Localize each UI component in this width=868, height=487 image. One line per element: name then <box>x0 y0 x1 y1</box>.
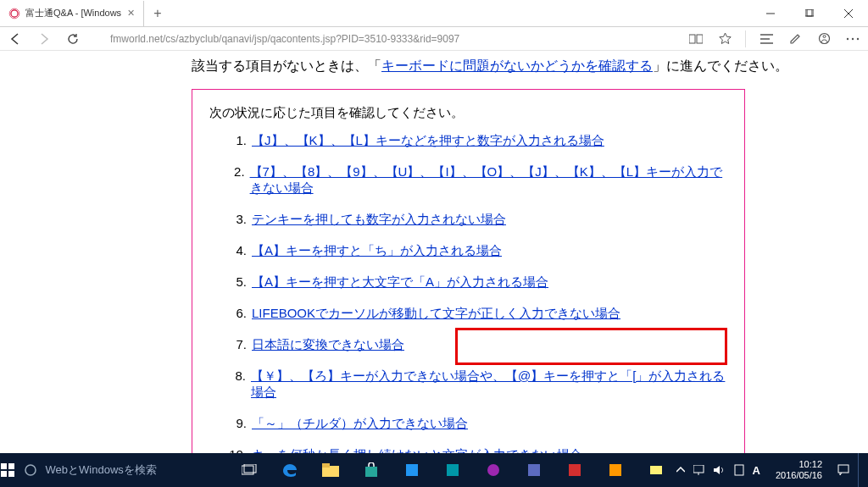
situation-link[interactable]: LIFEBOOKでカーソルが移動して文字が正しく入力できない場合 <box>252 306 620 322</box>
svg-point-15 <box>852 37 854 39</box>
list-item: 2.【7】、【8】、【9】、【U】、【I】、【O】、【J】、【K】、【L】キーが… <box>228 164 727 196</box>
favorite-icon[interactable] <box>713 27 737 51</box>
taskview-icon[interactable] <box>229 453 270 487</box>
hub-icon[interactable] <box>754 27 778 51</box>
svg-rect-17 <box>1 463 7 469</box>
svg-rect-20 <box>8 471 14 477</box>
reading-view-icon[interactable] <box>684 27 708 51</box>
explorer-icon[interactable] <box>310 453 351 487</box>
new-tab-button[interactable]: + <box>144 6 171 21</box>
window-controls <box>751 0 868 27</box>
close-window-button[interactable] <box>829 0 868 27</box>
network-icon[interactable] <box>693 465 705 475</box>
webnote-icon[interactable] <box>783 27 807 51</box>
intro-link[interactable]: キーボードに問題がないかどうかを確認する <box>381 58 653 73</box>
back-button[interactable] <box>3 27 27 51</box>
start-button[interactable] <box>0 453 15 487</box>
taskbar-search[interactable]: WebとWindowsを検索 <box>15 453 229 487</box>
clock[interactable]: 10:12 2016/05/16 <box>769 459 829 481</box>
situation-link[interactable]: 【￥】、【ろ】キーが入力できない場合や、【@】キーを押すと「[」が入力される場合 <box>251 368 727 401</box>
list-item: 8.【￥】、【ろ】キーが入力できない場合や、【@】キーを押すと「[」が入力される… <box>228 368 727 401</box>
box-title: 次の状況に応じた項目を確認してください。 <box>209 105 727 121</box>
svg-rect-32 <box>609 464 621 476</box>
situation-link[interactable]: テンキーを押しても数字が入力されない場合 <box>252 212 506 228</box>
favicon-icon <box>8 8 20 19</box>
task-icons <box>229 453 676 487</box>
app7-icon[interactable] <box>636 453 676 487</box>
more-icon[interactable] <box>841 27 865 51</box>
svg-rect-7 <box>689 35 695 43</box>
svg-rect-28 <box>447 464 459 476</box>
taskbar: WebとWindowsを検索 A 10:12 2016/05/16 <box>0 453 868 487</box>
situation-link[interactable]: 【A】キーを押すと「ち」が入力される場合 <box>252 243 502 259</box>
intro-text: 該当する項目がないときは、「キーボードに問題がないかどうかを確認する」に進んでく… <box>192 58 868 75</box>
close-tab-icon[interactable]: ✕ <box>127 8 135 19</box>
list-item: 4.【A】キーを押すと「ち」が入力される場合 <box>228 243 727 259</box>
situation-link[interactable]: 【A】キーを押すと大文字で「A」が入力される場合 <box>252 274 548 291</box>
svg-point-0 <box>11 9 18 16</box>
situation-link[interactable]: 「～」（チルダ）が入力できない場合 <box>252 416 468 432</box>
svg-rect-27 <box>406 464 418 476</box>
svg-rect-37 <box>838 465 849 473</box>
browser-tab[interactable]: 富士通Q&A - [Windows ✕ <box>0 1 144 26</box>
svg-rect-4 <box>807 9 814 16</box>
app2-icon[interactable] <box>432 453 473 487</box>
app4-icon[interactable] <box>514 453 554 487</box>
situation-link[interactable]: 【7】、【8】、【9】、【U】、【I】、【O】、【J】、【K】、【L】キーが入力… <box>250 164 727 196</box>
app3-icon[interactable] <box>473 453 514 487</box>
svg-rect-36 <box>735 465 743 475</box>
search-placeholder: WebとWindowsを検索 <box>46 462 157 478</box>
svg-rect-26 <box>365 467 377 477</box>
store-icon[interactable] <box>351 453 392 487</box>
svg-point-29 <box>487 464 499 476</box>
page-content: 該当する項目がないときは、「キーボードに問題がないかどうかを確認する」に進んでく… <box>0 51 868 487</box>
svg-point-16 <box>857 37 859 39</box>
volume-icon[interactable] <box>714 465 726 475</box>
app1-icon[interactable] <box>392 453 432 487</box>
cortana-icon <box>24 463 37 477</box>
svg-point-13 <box>823 36 826 38</box>
app6-icon[interactable] <box>595 453 636 487</box>
svg-rect-3 <box>805 9 812 16</box>
svg-rect-19 <box>1 471 7 477</box>
svg-rect-31 <box>569 464 581 476</box>
ime-indicator[interactable]: A <box>753 464 760 477</box>
svg-rect-18 <box>8 463 14 469</box>
maximize-button[interactable] <box>790 0 829 27</box>
svg-rect-34 <box>693 465 704 473</box>
show-desktop-button[interactable] <box>858 453 865 487</box>
system-tray: A 10:12 2016/05/16 <box>676 453 868 487</box>
list-item: 5.【A】キーを押すと大文字で「A」が入力される場合 <box>228 274 727 291</box>
svg-rect-8 <box>697 35 703 43</box>
tab-title: 富士通Q&A - [Windows <box>25 7 121 19</box>
svg-rect-30 <box>528 464 540 476</box>
svg-rect-33 <box>650 466 662 474</box>
forward-button[interactable] <box>32 27 56 51</box>
minimize-button[interactable] <box>751 0 790 27</box>
app5-icon[interactable] <box>554 453 595 487</box>
refresh-button[interactable] <box>61 27 85 51</box>
address-bar: fmworld.net/cs/azbyclub/qanavi/jsp/qacon… <box>0 27 868 51</box>
list-item: 1.【J】、【K】、【L】キーなどを押すと数字が入力される場合 <box>228 133 727 149</box>
separator <box>745 30 746 47</box>
list-item: 7.日本語に変換できない場合 <box>228 337 727 353</box>
notes-icon[interactable] <box>734 464 744 476</box>
list-item: 6.LIFEBOOKでカーソルが移動して文字が正しく入力できない場合 <box>228 306 727 322</box>
action-center-icon[interactable] <box>837 464 849 476</box>
titlebar: 富士通Q&A - [Windows ✕ + <box>0 0 868 27</box>
list-item: 9.「～」（チルダ）が入力できない場合 <box>228 416 727 432</box>
edge-icon[interactable] <box>270 453 310 487</box>
svg-point-14 <box>847 37 849 39</box>
svg-rect-25 <box>322 463 330 468</box>
share-icon[interactable] <box>812 27 836 51</box>
situation-box: 次の状況に応じた項目を確認してください。 1.【J】、【K】、【L】キーなどを押… <box>192 89 745 487</box>
situation-list: 1.【J】、【K】、【L】キーなどを押すと数字が入力される場合 2.【7】、【8… <box>209 133 727 463</box>
url-field[interactable]: fmworld.net/cs/azbyclub/qanavi/jsp/qacon… <box>90 33 679 45</box>
situation-link[interactable]: 【J】、【K】、【L】キーなどを押すと数字が入力される場合 <box>252 133 604 149</box>
svg-point-21 <box>25 465 36 475</box>
list-item: 3.テンキーを押しても数字が入力されない場合 <box>228 212 727 228</box>
tray-chevron-icon[interactable] <box>676 467 685 473</box>
situation-link[interactable]: 日本語に変換できない場合 <box>252 337 404 353</box>
